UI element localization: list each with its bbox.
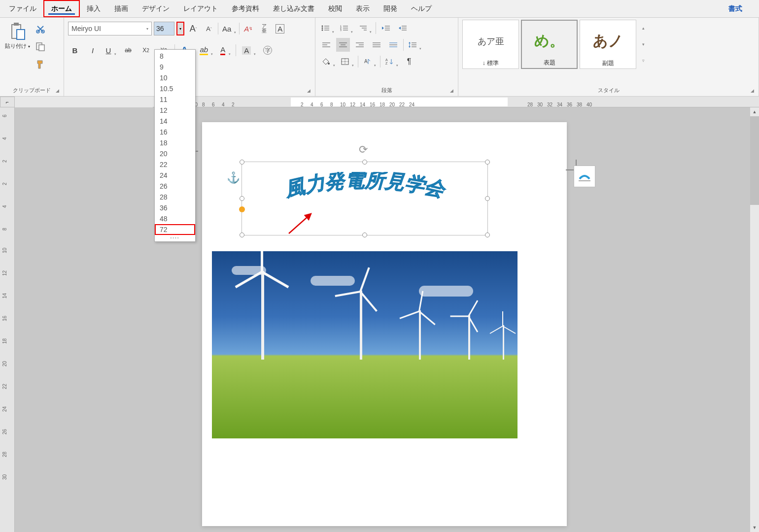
tab-format[interactable]: 書式 (722, 0, 749, 17)
tab-help[interactable]: ヘルプ (404, 0, 439, 17)
distribute-button[interactable] (386, 38, 400, 52)
bold-button[interactable]: B (68, 43, 82, 57)
resize-handle[interactable] (240, 233, 244, 237)
numbering-button[interactable]: 123 (338, 21, 354, 35)
rotate-handle-icon[interactable]: ⟳ (359, 143, 368, 156)
scroll-down-button[interactable]: ▼ (750, 523, 759, 532)
tab-mailings[interactable]: 差し込み文書 (266, 0, 321, 17)
bullets-button[interactable] (319, 21, 335, 35)
ruler-tick: 8 (2, 228, 7, 231)
tab-view[interactable]: 表示 (349, 0, 377, 17)
font-size-option[interactable]: 12 (155, 105, 195, 116)
document-area[interactable]: ⚓ ⟳ 風力発電所見学会 (15, 107, 759, 532)
resize-handle[interactable] (362, 233, 367, 237)
font-size-dropdown-button[interactable]: ▾ (176, 22, 184, 35)
font-size-input[interactable]: 36 (154, 22, 174, 35)
font-size-option[interactable]: 9 (155, 62, 195, 72)
resize-handle[interactable] (240, 160, 244, 165)
indent-button[interactable] (396, 21, 410, 35)
vertical-scrollbar[interactable]: ▲ ▼ (750, 107, 759, 532)
ruler-tick: 16 (2, 316, 7, 321)
outdent-button[interactable] (379, 21, 393, 35)
vertical-ruler[interactable]: 6422481012141618202224262830 (0, 107, 15, 532)
show-marks-button[interactable]: ¶ (402, 55, 416, 68)
format-painter-button[interactable] (34, 58, 47, 71)
scroll-thumb[interactable] (750, 116, 759, 205)
paste-button[interactable] (8, 22, 28, 41)
sort-icon: AZ (385, 58, 393, 65)
tab-draw[interactable]: 描画 (107, 0, 135, 17)
tab-file[interactable]: ファイル (2, 0, 43, 17)
resize-handle[interactable] (362, 160, 367, 165)
highlight-button[interactable]: ab (198, 43, 214, 57)
align-center-button[interactable] (336, 38, 350, 52)
style-label: 表題 (544, 59, 555, 67)
line-spacing-button[interactable] (407, 38, 422, 52)
ruler-tick: 34 (557, 102, 562, 107)
resize-handle[interactable] (485, 160, 490, 165)
paragraph-dialog-launcher[interactable]: ◢ (450, 88, 456, 94)
dropdown-grip[interactable]: •••• (155, 235, 195, 240)
cut-button[interactable] (34, 23, 47, 35)
tab-design[interactable]: デザイン (135, 0, 176, 17)
phonetic-guide-button[interactable]: ア亜 (257, 22, 271, 35)
layout-options-button[interactable] (574, 166, 595, 187)
align-left-button[interactable] (319, 38, 333, 52)
font-size-option[interactable]: 16 (155, 127, 195, 137)
font-size-option[interactable]: 24 (155, 170, 195, 181)
font-size-option[interactable]: 72 (155, 224, 195, 235)
tab-review[interactable]: 校閲 (321, 0, 349, 17)
change-case-button[interactable]: Aa (220, 22, 237, 35)
font-name-combo[interactable]: Meiryo UI▾ (68, 22, 152, 35)
styles-dialog-launcher[interactable]: ◢ (751, 88, 757, 94)
tab-layout[interactable]: レイアウト (176, 0, 225, 17)
font-size-option[interactable]: 10.5 (155, 83, 195, 94)
font-size-option[interactable]: 14 (155, 116, 195, 127)
style-normal[interactable]: あア亜 ↓ 標準 (462, 20, 519, 69)
clipboard-dialog-launcher[interactable]: ◢ (56, 88, 62, 94)
style-gallery-nav[interactable]: ▴▾▿ (638, 20, 648, 69)
tab-developer[interactable]: 開発 (377, 0, 404, 17)
font-size-option[interactable]: 48 (155, 213, 195, 224)
underline-button[interactable]: U (104, 43, 117, 57)
font-size-option[interactable]: 20 (155, 148, 195, 159)
enclose-char-button[interactable]: A (273, 22, 287, 35)
wordart-textbox[interactable]: ⟳ 風力発電所見学会 (242, 162, 488, 235)
ruler-tick: 22 (399, 102, 405, 107)
align-justify-button[interactable] (370, 38, 383, 52)
tab-insert[interactable]: 挿入 (80, 0, 107, 17)
grow-font-button[interactable]: Aˆ (186, 22, 200, 35)
clear-format-button[interactable]: A↯ (242, 22, 255, 35)
resize-handle[interactable] (485, 233, 490, 237)
sort-button[interactable]: AZ (383, 55, 399, 68)
italic-button[interactable]: I (86, 43, 100, 57)
borders-button[interactable] (339, 55, 355, 68)
font-size-option[interactable]: 36 (155, 202, 195, 213)
font-size-option[interactable]: 28 (155, 192, 195, 202)
font-size-option[interactable]: 11 (155, 94, 195, 105)
multilevel-button[interactable] (357, 21, 373, 35)
font-size-option[interactable]: 10 (155, 72, 195, 83)
subscript-button[interactable]: X2 (139, 43, 153, 57)
align-right-button[interactable] (353, 38, 367, 52)
font-size-option[interactable]: 26 (155, 181, 195, 192)
strike-button[interactable]: ab (121, 43, 135, 57)
horizontal-ruler[interactable]: 1210864224681012141618202224283032343638… (153, 97, 759, 107)
font-size-option[interactable]: 8 (155, 51, 195, 62)
font-dialog-launcher[interactable]: ◢ (307, 88, 313, 94)
style-subtitle[interactable]: あノ 副題 (580, 20, 636, 69)
shading-button[interactable] (319, 55, 336, 68)
font-size-option[interactable]: 18 (155, 137, 195, 148)
char-shading-button[interactable]: A (240, 43, 257, 57)
font-color-button[interactable]: A (218, 43, 232, 57)
shrink-font-button[interactable]: Aˇ (202, 22, 216, 35)
copy-button[interactable] (34, 40, 47, 53)
text-direction-button[interactable]: A (361, 55, 377, 68)
font-size-option[interactable]: 22 (155, 159, 195, 170)
char-border-button[interactable]: 字 (261, 43, 275, 57)
style-title[interactable]: め。 表題 (521, 20, 578, 69)
ruler-tick: 28 (2, 452, 7, 457)
scroll-up-button[interactable]: ▲ (750, 107, 759, 116)
tab-home[interactable]: ホーム (43, 0, 80, 17)
tab-references[interactable]: 参考資料 (225, 0, 266, 17)
